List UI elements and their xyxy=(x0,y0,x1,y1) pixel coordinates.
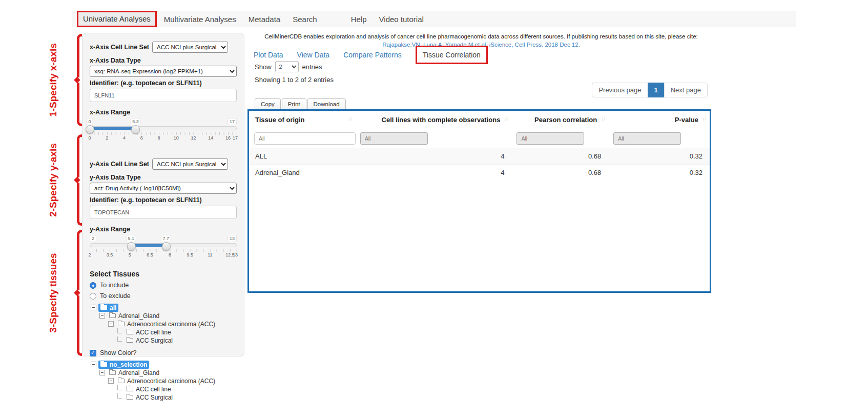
y-range-tick-2: 2 xyxy=(88,252,91,257)
x-range-slider[interactable]: 05.317024681012141617 xyxy=(90,118,237,144)
column-header-p-value[interactable]: P-value↓↑ xyxy=(608,111,710,129)
tree-collapse-icon[interactable] xyxy=(99,370,105,375)
tree-collapse-icon[interactable] xyxy=(108,321,114,327)
include-tree-item-acc-cell-line[interactable]: ACC cell line xyxy=(125,328,173,336)
color-tree-node-acc-surgical: ACC Surgical xyxy=(90,393,237,401)
tab-tissue-correlation[interactable]: Tissue Correlation xyxy=(423,51,481,59)
color-tree-item-acc-cell-line[interactable]: ACC cell line xyxy=(125,385,173,393)
annotation-x-axis: 1-Specify x-axis xyxy=(49,34,83,126)
column-header-pearson-correlation[interactable]: Pearson correlation↓↑ xyxy=(511,111,608,129)
copy-button[interactable]: Copy xyxy=(255,98,281,110)
tab-plot-data[interactable]: Plot Data xyxy=(254,51,283,59)
x-range-tick-8: 8 xyxy=(158,135,160,141)
sort-icon[interactable]: ↓↑ xyxy=(504,116,508,122)
next-page-button[interactable]: Next page xyxy=(664,83,708,97)
cell-p_value: 0.32 xyxy=(608,148,710,165)
tree-collapse-icon[interactable] xyxy=(99,313,105,319)
sort-icon[interactable]: ↓↑ xyxy=(601,116,605,122)
y-range-low-handle[interactable] xyxy=(127,242,136,251)
radio-to-include[interactable]: To include xyxy=(90,282,237,289)
table-row-adrenal-gland[interactable]: Adrenal_Gland40.680.32 xyxy=(249,165,710,181)
x-identifier-label: Identifier: (e.g. topotecan or SLFN11) xyxy=(90,80,237,87)
x-range-low-value-label: 0 xyxy=(86,118,93,125)
color-tree-item-acc-surgical[interactable]: ACC Surgical xyxy=(125,393,175,402)
filter-input-pearson-correlation[interactable] xyxy=(516,132,584,145)
y-range-high-value-label: 7.7 xyxy=(160,235,171,242)
tree-node-label: Adrenocortical carcinoma (ACC) xyxy=(127,378,215,385)
sort-icon[interactable]: ↓↑ xyxy=(348,116,352,122)
y-range-tick-labels: 23.556.589.51112.513 xyxy=(90,252,237,259)
radio-to-exclude[interactable]: To exclude xyxy=(90,292,237,300)
color-tree-item-adrenocortical-carcinoma-acc[interactable]: Adrenocortical carcinoma (ACC) xyxy=(116,377,217,385)
color-tree-item-adrenal-gland[interactable]: Adrenal_Gland xyxy=(107,369,161,377)
nav-item-multivariate-analyses[interactable]: Multivariate Analyses xyxy=(164,15,236,24)
radio-icon-to-exclude[interactable] xyxy=(90,293,96,300)
y-cell-line-set-select[interactable]: ACC NCI plus Surgical xyxy=(152,158,228,170)
folder-icon xyxy=(118,322,125,326)
export-buttons: CopyPrintDownload xyxy=(255,98,347,110)
tab-compare-patterns[interactable]: Compare Patterns xyxy=(343,51,402,59)
include-tree-node-all: all xyxy=(90,304,237,311)
show-entries-prefix: Show xyxy=(255,63,272,71)
nav-item-search[interactable]: Search xyxy=(293,15,317,24)
table-row-all[interactable]: ALL40.680.32 xyxy=(249,148,710,165)
filter-cell-p-value xyxy=(608,129,710,148)
tab-view-data[interactable]: View Data xyxy=(297,51,330,59)
nav-item-help[interactable]: Help xyxy=(351,15,367,24)
x-range-tick-4: 4 xyxy=(123,135,126,141)
y-range-tick-3-5: 3.5 xyxy=(107,252,113,257)
showing-entries-text: Showing 1 to 2 of 2 entries xyxy=(255,76,334,84)
filter-input-p-value[interactable] xyxy=(613,132,681,145)
y-range-high-handle[interactable] xyxy=(162,242,171,251)
filter-input-tissue-of-origin[interactable] xyxy=(254,132,356,145)
x-cell-line-set-select[interactable]: ACC NCI plus Surgical xyxy=(152,42,228,53)
tissue-include-tree: allAdrenal_GlandAdrenocortical carcinoma… xyxy=(90,304,237,344)
show-color-row[interactable]: Show Color? xyxy=(90,349,237,356)
show-entries-suffix: entries xyxy=(302,63,322,71)
x-identifier-input[interactable] xyxy=(90,89,237,102)
folder-icon xyxy=(100,362,107,367)
table-filter-row xyxy=(249,129,710,148)
tissue-radio-group: To includeTo exclude xyxy=(90,282,237,300)
x-range-low-handle[interactable] xyxy=(86,125,94,134)
show-color-checkbox[interactable] xyxy=(90,350,96,356)
x-data-type-select[interactable]: xsq: RNA-seq Expression (log2 FPKM+1) xyxy=(90,66,237,77)
entries-count-select[interactable]: 2 xyxy=(275,61,299,72)
tissue-correlation-table-box: Tissue of origin↓↑Cell lines with comple… xyxy=(247,109,711,293)
x-range-track[interactable] xyxy=(90,126,237,130)
y-range-selected-range xyxy=(131,244,166,247)
cell-p_value: 0.32 xyxy=(608,165,710,181)
page-number-button[interactable]: 1 xyxy=(648,83,665,97)
x-range-tick-marks xyxy=(90,132,237,135)
tree-collapse-icon[interactable] xyxy=(91,305,96,310)
tree-collapse-icon[interactable] xyxy=(108,378,114,384)
nav-item-video-tutorial[interactable]: Video tutorial xyxy=(379,15,424,24)
column-header-label: Cell lines with complete observations xyxy=(382,116,501,124)
print-button[interactable]: Print xyxy=(282,98,306,110)
include-tree-item-acc-surgical[interactable]: ACC Surgical xyxy=(125,336,175,345)
include-tree-item-adrenocortical-carcinoma-acc[interactable]: Adrenocortical carcinoma (ACC) xyxy=(116,320,217,328)
y-identifier-input[interactable] xyxy=(90,206,237,219)
x-range-high-value-label: 5.3 xyxy=(130,118,141,125)
download-button[interactable]: Download xyxy=(307,98,346,110)
include-tree-item-all[interactable]: all xyxy=(98,304,118,312)
y-range-slider[interactable]: 25.17.71323.556.589.51112.513 xyxy=(90,235,237,261)
previous-page-button[interactable]: Previous page xyxy=(592,83,648,97)
filter-cell-pearson-correlation xyxy=(511,129,608,148)
nav-item-univariate-analyses[interactable]: Univariate Analyses xyxy=(83,14,151,23)
sort-icon[interactable]: ↓↑ xyxy=(702,116,707,122)
color-tree-item-no-selection[interactable]: no_selection xyxy=(98,361,149,369)
radio-icon-to-include[interactable] xyxy=(90,282,96,289)
x-range-tick-10: 10 xyxy=(174,135,179,141)
x-range-label: x-Axis Range xyxy=(90,109,237,116)
column-header-cell-lines-with-complete-observations[interactable]: Cell lines with complete observations↓↑ xyxy=(355,111,512,129)
x-range-tick-17: 17 xyxy=(233,135,238,141)
nav-item-metadata[interactable]: Metadata xyxy=(249,15,281,24)
include-tree-item-adrenal-gland[interactable]: Adrenal_Gland xyxy=(107,312,161,320)
tree-collapse-icon[interactable] xyxy=(91,362,96,367)
y-data-type-select[interactable]: act: Drug Activity (-log10[IC50M]) xyxy=(90,183,237,194)
filter-input-cell-lines-with-complete-observations[interactable] xyxy=(360,132,428,145)
tree-node-label: Adrenal_Gland xyxy=(118,369,159,376)
cell-cell_lines: 4 xyxy=(355,148,512,165)
column-header-tissue-of-origin[interactable]: Tissue of origin↓↑ xyxy=(249,111,355,129)
